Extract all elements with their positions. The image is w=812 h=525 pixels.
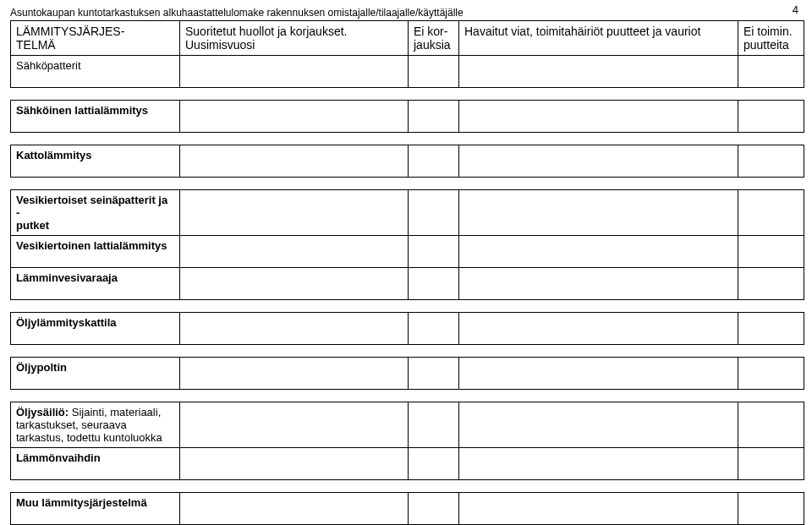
cell-input[interactable] xyxy=(459,358,738,390)
cell-input[interactable] xyxy=(180,358,409,390)
cell-input[interactable] xyxy=(459,448,738,480)
cell-input[interactable] xyxy=(180,493,409,525)
header-col3-line2: jauksia xyxy=(414,38,451,52)
cell-input[interactable] xyxy=(738,56,804,88)
header-col2-line2: Uusimisvuosi xyxy=(185,38,255,52)
cell-input[interactable] xyxy=(738,268,804,300)
cell-input[interactable] xyxy=(459,145,738,178)
cell-input[interactable] xyxy=(409,101,459,133)
row-label-kattolammitys: Kattolämmitys xyxy=(11,145,180,178)
cell-input[interactable] xyxy=(409,145,459,178)
cell-input[interactable] xyxy=(409,268,459,300)
table-row: Vesikiertoinen lattialämmitys xyxy=(11,236,804,268)
header-col5-line1: Ei toimin. xyxy=(743,25,793,38)
header-col5-line2: puutteita xyxy=(743,38,789,52)
row-label-oljysailio-bold: Öljysäiliö: xyxy=(16,406,69,418)
cell-input[interactable] xyxy=(180,101,409,133)
cell-input[interactable] xyxy=(459,493,738,525)
cell-input[interactable] xyxy=(180,56,409,88)
cell-input[interactable] xyxy=(738,448,804,480)
cell-input[interactable] xyxy=(180,268,409,300)
form-table-block-4: Vesikiertoiset seinäpatterit ja - putket… xyxy=(10,189,804,300)
form-table-block-7: Öljysäiliö: Sijainti, materiaali, tarkas… xyxy=(10,402,804,480)
form-table-block-1: LÄMMITYSJÄRJES- TELMÄ Suoritetut huollot… xyxy=(10,20,804,88)
row-label-oljypoltin: Öljypoltin xyxy=(11,358,180,390)
cell-input[interactable] xyxy=(409,402,459,448)
table-row: Lämmönvaihdin xyxy=(11,448,804,480)
cell-input[interactable] xyxy=(459,313,738,345)
table-row: Öljypoltin xyxy=(11,358,804,390)
row-label-line2: putket xyxy=(16,219,49,232)
cell-input[interactable] xyxy=(738,145,804,178)
header-col3-line1: Ei kor- xyxy=(414,25,447,38)
cell-input[interactable] xyxy=(180,402,409,448)
page-number: 4 xyxy=(793,3,798,16)
row-label-oljysailio: Öljysäiliö: Sijainti, materiaali, tarkas… xyxy=(11,402,180,448)
form-table-block-6: Öljypoltin xyxy=(10,357,804,390)
cell-input[interactable] xyxy=(459,56,738,88)
cell-input[interactable] xyxy=(738,190,804,236)
header-col2: Suoritetut huollot ja korjaukset. Uusimi… xyxy=(180,21,409,56)
row-label-sahkoinen-lattialammitys: Sähköinen lattialämmitys xyxy=(11,101,180,133)
cell-input[interactable] xyxy=(409,358,459,390)
cell-input[interactable] xyxy=(180,190,409,236)
cell-input[interactable] xyxy=(738,493,804,525)
header-col1-line2: TELMÄ xyxy=(16,38,56,52)
table-row: Muu lämmitysjärjestelmä xyxy=(11,493,804,525)
cell-input[interactable] xyxy=(180,313,409,345)
form-table-block-8: Muu lämmitysjärjestelmä xyxy=(10,492,804,525)
row-label-lammonvaihdin: Lämmönvaihdin xyxy=(11,448,180,480)
cell-input[interactable] xyxy=(459,101,738,133)
form-table-block-2: Sähköinen lattialämmitys xyxy=(10,100,804,133)
cell-input[interactable] xyxy=(409,493,459,525)
header-col1: LÄMMITYSJÄRJES- TELMÄ xyxy=(11,21,180,56)
cell-input[interactable] xyxy=(409,190,459,236)
cell-input[interactable] xyxy=(409,448,459,480)
header-col2-line1: Suoritetut huollot ja korjaukset. xyxy=(185,25,347,38)
table-row: Lämminvesivaraaja xyxy=(11,268,804,300)
row-label-muu-lammitysjarjestelma: Muu lämmitysjärjestelmä xyxy=(11,493,180,525)
table-row: Sähköpatterit xyxy=(11,56,804,88)
header-col4: Havaitut viat, toimitahäiriöt puutteet j… xyxy=(459,21,738,56)
table-row: Öljysäiliö: Sijainti, materiaali, tarkas… xyxy=(11,402,804,448)
cell-input[interactable] xyxy=(738,101,804,133)
row-label-lamminvesivaraaja: Lämminvesivaraaja xyxy=(11,268,180,300)
table-header-row: LÄMMITYSJÄRJES- TELMÄ Suoritetut huollot… xyxy=(11,21,804,56)
cell-input[interactable] xyxy=(409,56,459,88)
table-row: Vesikiertoiset seinäpatterit ja - putket xyxy=(11,190,804,236)
cell-input[interactable] xyxy=(738,236,804,268)
cell-input[interactable] xyxy=(459,236,738,268)
form-table-block-5: Öljylämmityskattila xyxy=(10,312,804,345)
row-label-vesikiertoinen-lattialammitys: Vesikiertoinen lattialämmitys xyxy=(11,236,180,268)
table-row: Sähköinen lattialämmitys xyxy=(11,101,804,133)
row-label-oljylammityskattila: Öljylämmityskattila xyxy=(11,313,180,345)
cell-input[interactable] xyxy=(409,236,459,268)
header-col1-line1: LÄMMITYSJÄRJES- xyxy=(16,25,124,38)
row-label-sahkopatterit: Sähköpatterit xyxy=(11,56,180,88)
cell-input[interactable] xyxy=(459,190,738,236)
cell-input[interactable] xyxy=(409,313,459,345)
cell-input[interactable] xyxy=(180,236,409,268)
table-row: Öljylämmityskattila xyxy=(11,313,804,345)
document-title: Asuntokaupan kuntotarkastuksen alkuhaast… xyxy=(10,7,802,19)
header-col3: Ei kor- jauksia xyxy=(409,21,459,56)
cell-input[interactable] xyxy=(738,313,804,345)
table-row: Kattolämmitys xyxy=(11,145,804,178)
cell-input[interactable] xyxy=(738,358,804,390)
row-label-line1: Vesikiertoiset seinäpatterit ja - xyxy=(16,194,167,219)
header-col5: Ei toimin. puutteita xyxy=(738,21,804,56)
cell-input[interactable] xyxy=(459,268,738,300)
cell-input[interactable] xyxy=(180,145,409,178)
form-table-block-3: Kattolämmitys xyxy=(10,145,804,178)
cell-input[interactable] xyxy=(180,448,409,480)
cell-input[interactable] xyxy=(738,402,804,448)
cell-input[interactable] xyxy=(459,402,738,448)
row-label-vesikiertoiset-seinapatterit: Vesikiertoiset seinäpatterit ja - putket xyxy=(11,190,180,236)
